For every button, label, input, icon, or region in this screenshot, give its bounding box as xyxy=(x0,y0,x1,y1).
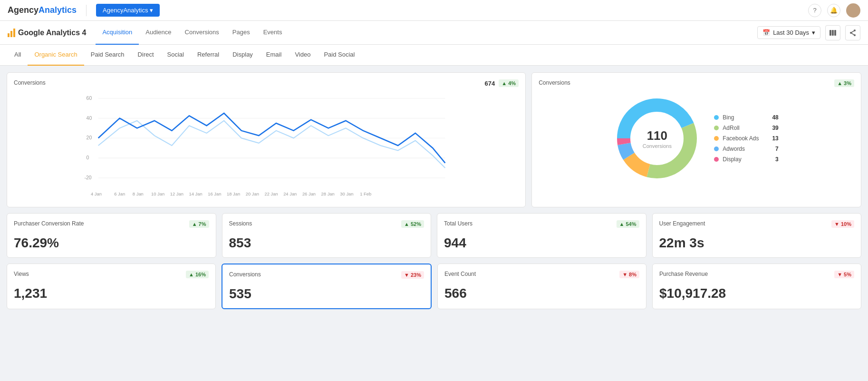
metric-badge-2: ▼ 8% xyxy=(619,271,639,278)
user-avatar[interactable] xyxy=(846,3,860,18)
svg-text:22 Jan: 22 Jan xyxy=(264,191,278,196)
channel-tab-video[interactable]: Video xyxy=(288,45,317,66)
line-chart-title: Conversions xyxy=(14,79,46,86)
metric-badge-3: ▼ 10% xyxy=(831,220,854,228)
metrics-row-1: Purchaser Conversion Rate ▲ 7% 76.29% Se… xyxy=(7,213,861,258)
channel-tab-display[interactable]: Display xyxy=(226,45,260,66)
legend-dot-4 xyxy=(714,157,719,162)
help-button[interactable]: ? xyxy=(808,4,821,17)
channel-tab-paid-search[interactable]: Paid Search xyxy=(84,45,131,66)
sec-nav-tab-audience[interactable]: Audience xyxy=(139,21,178,45)
metric-value-3: 22m 3s xyxy=(659,235,855,251)
svg-text:0: 0 xyxy=(87,155,89,160)
legend-item-4: Display 3 xyxy=(714,156,778,163)
svg-text:8 Jan: 8 Jan xyxy=(133,191,144,196)
svg-text:6 Jan: 6 Jan xyxy=(114,191,125,196)
svg-text:1 Feb: 1 Feb xyxy=(360,191,371,196)
channel-tabs: AllOrganic SearchPaid SearchDirectSocial… xyxy=(0,45,868,66)
metric-title-3: User Engagement xyxy=(659,220,705,227)
logo-part1: Agency xyxy=(8,5,39,15)
sec-nav-tabs: AcquisitionAudienceConversionsPagesEvent… xyxy=(96,21,289,45)
metric-value-0: 76.29% xyxy=(14,235,209,251)
metric-badge-1: ▲ 52% xyxy=(401,220,424,228)
metric-header-2: Event Count ▼ 8% xyxy=(444,271,639,278)
legend-item-0: Bing 48 xyxy=(714,114,778,121)
share-icon xyxy=(849,29,856,36)
sec-nav-tab-conversions[interactable]: Conversions xyxy=(178,21,226,45)
metric-title-1: Sessions xyxy=(229,220,252,227)
chevron-down-icon: ▾ xyxy=(812,29,815,36)
legend-item-3: Adwords 7 xyxy=(714,146,778,152)
metric-card-metrics-row-1-3[interactable]: User Engagement ▼ 10% 22m 3s xyxy=(652,213,862,258)
share-icon-button[interactable] xyxy=(845,25,860,40)
legend-value-1: 39 xyxy=(772,125,778,131)
svg-text:20 Jan: 20 Jan xyxy=(246,191,259,196)
metric-card-metrics-row-2-3[interactable]: Purchase Revenue ▼ 5% $10,917.28 xyxy=(652,264,861,309)
logo-part2: Analytics xyxy=(39,5,77,15)
date-range-button[interactable]: 📅 Last 30 Days ▾ xyxy=(757,26,820,39)
svg-text:28 Jan: 28 Jan xyxy=(321,191,335,196)
svg-text:20: 20 xyxy=(87,135,92,140)
metric-value-2: 566 xyxy=(444,286,639,301)
donut-chart-badge: ▲ 3% xyxy=(834,79,854,87)
calendar-icon: 📅 xyxy=(762,29,770,36)
metric-card-metrics-row-1-1[interactable]: Sessions ▲ 52% 853 xyxy=(222,213,432,258)
line-chart-badge: ▲ 4% xyxy=(499,79,519,87)
sec-header-right: 📅 Last 30 Days ▾ xyxy=(757,25,860,40)
legend-item-1: AdRoll 39 xyxy=(714,125,778,131)
svg-text:24 Jan: 24 Jan xyxy=(283,191,297,196)
channel-tab-paid-social[interactable]: Paid Social xyxy=(317,45,361,66)
sec-nav-tab-pages[interactable]: Pages xyxy=(226,21,257,45)
svg-text:10 Jan: 10 Jan xyxy=(151,191,164,196)
svg-text:40: 40 xyxy=(87,116,92,121)
metric-title-1: Conversions xyxy=(229,271,261,278)
metric-card-metrics-row-2-1[interactable]: Conversions ▼ 23% 535 xyxy=(222,264,432,309)
metric-card-metrics-row-2-2[interactable]: Event Count ▼ 8% 566 xyxy=(437,264,646,309)
legend-value-3: 7 xyxy=(775,146,779,152)
legend-name-2: Facebook Ads xyxy=(723,135,759,142)
svg-rect-0 xyxy=(829,30,831,36)
metric-card-metrics-row-2-0[interactable]: Views ▲ 16% 1,231 xyxy=(7,264,216,309)
metric-badge-0: ▲ 7% xyxy=(189,220,209,228)
ga-title: Google Analytics 4 xyxy=(18,29,86,37)
donut-center: 110 Conversions xyxy=(643,128,672,149)
notifications-button[interactable]: 🔔 xyxy=(827,4,840,17)
donut-container: 110 Conversions Bing 48 AdRoll 39 Facebo… xyxy=(539,91,854,186)
metric-card-metrics-row-1-2[interactable]: Total Users ▲ 54% 944 xyxy=(437,213,646,258)
legend-dot-2 xyxy=(714,136,719,141)
svg-text:16 Jan: 16 Jan xyxy=(208,191,221,196)
line-chart-container: 60 40 20 0 -20 4 Jan xyxy=(14,91,519,200)
metric-card-metrics-row-1-0[interactable]: Purchaser Conversion Rate ▲ 7% 76.29% xyxy=(7,213,216,258)
charts-row: Conversions 674 ▲ 4% 60 40 20 0 -20 xyxy=(7,72,861,207)
metric-value-0: 1,231 xyxy=(14,286,209,301)
donut-wrap: 110 Conversions xyxy=(614,96,700,181)
channel-tab-email[interactable]: Email xyxy=(260,45,289,66)
donut-number: 110 xyxy=(643,128,672,143)
bar-chart-icon xyxy=(8,29,15,37)
sec-nav-tab-acquisition[interactable]: Acquisition xyxy=(96,21,139,45)
channel-tab-social[interactable]: Social xyxy=(161,45,191,66)
line-chart-value: 674 xyxy=(485,80,495,87)
svg-text:26 Jan: 26 Jan xyxy=(302,191,316,196)
metric-value-3: $10,917.28 xyxy=(659,286,854,301)
legend-name-0: Bing xyxy=(723,114,759,121)
metric-header-0: Views ▲ 16% xyxy=(14,271,209,278)
line-chart-card: Conversions 674 ▲ 4% 60 40 20 0 -20 xyxy=(7,72,526,207)
line-chart-svg: 60 40 20 0 -20 4 Jan xyxy=(14,91,519,200)
columns-icon-button[interactable] xyxy=(825,25,840,40)
columns-icon xyxy=(829,29,837,37)
donut-chart-title: Conversions xyxy=(539,79,570,86)
metric-badge-3: ▼ 5% xyxy=(834,271,854,278)
donut-label: Conversions xyxy=(643,143,672,149)
channel-tab-referral[interactable]: Referral xyxy=(191,45,226,66)
line-chart-header: Conversions 674 ▲ 4% xyxy=(14,79,519,87)
svg-rect-2 xyxy=(834,30,836,36)
channel-tab-all[interactable]: All xyxy=(8,45,28,66)
agency-dropdown-button[interactable]: AgencyAnalytics ▾ xyxy=(96,4,160,17)
sec-nav-tab-events[interactable]: Events xyxy=(257,21,289,45)
metric-title-0: Views xyxy=(14,271,29,277)
channel-tab-organic-search[interactable]: Organic Search xyxy=(28,45,84,66)
channel-tab-direct[interactable]: Direct xyxy=(131,45,161,66)
metric-title-2: Event Count xyxy=(444,271,476,277)
metric-title-3: Purchase Revenue xyxy=(659,271,708,277)
